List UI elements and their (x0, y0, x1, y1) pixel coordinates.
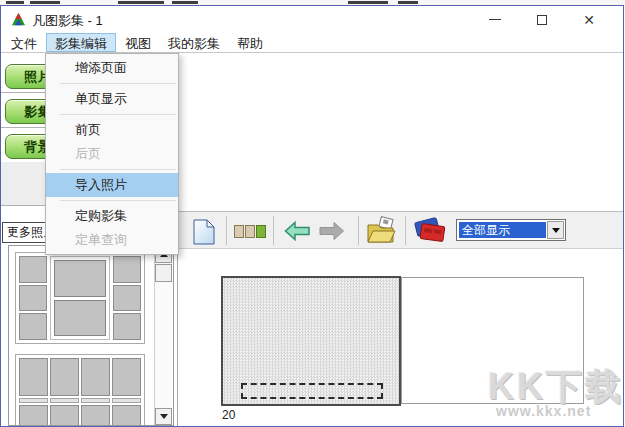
menu-item-single-page-view[interactable]: 单页显示 (46, 87, 178, 111)
album-page-left[interactable] (221, 276, 401, 406)
menu-album-edit[interactable]: 影集编辑 (46, 33, 116, 52)
menu-item-import-photos[interactable]: 导入照片 (46, 173, 178, 197)
scrollbar-thumb[interactable] (155, 264, 172, 282)
menubar: 文件 影集编辑 视图 我的影集 帮助 (1, 33, 623, 53)
photo-placeholder[interactable] (241, 383, 383, 399)
watermark-url: www.kkx.net (496, 403, 591, 419)
menu-my-albums[interactable]: 我的影集 (160, 33, 228, 52)
maximize-icon[interactable] (525, 6, 559, 33)
filter-select-value: 全部显示 (459, 222, 546, 238)
toolbar-separator (273, 216, 274, 245)
back-arrow-icon[interactable] (284, 220, 310, 246)
menu-item-add-page[interactable]: 增添页面 (46, 56, 178, 80)
menu-separator (60, 200, 176, 201)
template-thumbnail[interactable] (15, 252, 145, 344)
window-title: 凡图影集 - 1 (32, 12, 103, 30)
menu-item-order-album[interactable]: 定购影集 (46, 204, 178, 228)
scroll-down-icon[interactable] (155, 408, 172, 425)
filter-select[interactable]: 全部显示 (456, 219, 566, 241)
menu-separator (60, 83, 176, 84)
titlebar: 凡图影集 - 1 ✕ (1, 6, 623, 33)
menu-help[interactable]: 帮助 (229, 33, 271, 52)
minimize-icon[interactable] (478, 6, 512, 33)
close-icon[interactable]: ✕ (572, 6, 606, 33)
chevron-down-icon[interactable] (547, 221, 564, 239)
template-thumbnail[interactable] (15, 354, 145, 426)
menu-file[interactable]: 文件 (3, 33, 45, 52)
template-scrollbar[interactable] (154, 246, 172, 425)
menu-view[interactable]: 视图 (117, 33, 159, 52)
toolbar: 全部显示 (178, 211, 623, 249)
new-page-icon[interactable] (191, 219, 217, 249)
template-list-panel (8, 245, 174, 426)
open-folder-icon[interactable] (366, 216, 396, 249)
toolbar-separator (226, 216, 227, 245)
photo-cards-icon[interactable] (412, 216, 446, 249)
menu-item-order-query: 定单查询 (46, 228, 178, 252)
menu-separator (60, 114, 176, 115)
menu-item-next-page: 后页 (46, 142, 178, 166)
app-window: 凡图影集 - 1 ✕ 文件 影集编辑 视图 我的影集 帮助 照片 影集 背景 更… (0, 5, 624, 427)
forward-arrow-icon[interactable] (319, 220, 345, 246)
page-number: 20 (222, 408, 235, 422)
toolbar-separator (358, 216, 359, 245)
album-canvas: 20 KK下载 www.kkx.net (178, 249, 623, 426)
app-logo-icon (11, 12, 26, 27)
layout-icon[interactable] (234, 224, 267, 242)
toolbar-separator (405, 216, 406, 245)
album-edit-menu: 增添页面 单页显示 前页 后页 导入照片 定购影集 定单查询 (45, 53, 179, 255)
menu-item-prev-page[interactable]: 前页 (46, 118, 178, 142)
menu-separator (60, 169, 176, 170)
